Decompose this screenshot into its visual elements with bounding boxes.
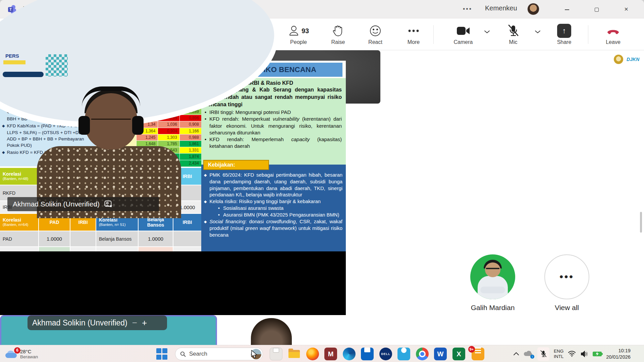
wifi-icon[interactable] <box>568 351 576 357</box>
people-button[interactable]: 93 People <box>278 23 319 45</box>
language-indicator[interactable]: ENGINTL <box>554 349 564 359</box>
zoom-in-button[interactable]: + <box>142 316 147 329</box>
tray-mic-muted[interactable] <box>537 347 549 361</box>
minimize-button[interactable] <box>557 0 577 18</box>
onedrive-icon[interactable]: i <box>524 350 533 358</box>
presenter-name: Akhmad Solikin (Unverified) <box>32 318 127 327</box>
mic-muted-icon <box>495 23 532 39</box>
taskbar-app-generic[interactable] <box>270 348 282 360</box>
raise-hand-icon <box>318 23 358 39</box>
participant-video-galih[interactable] <box>470 254 515 299</box>
leave-button[interactable]: Leave <box>593 23 633 45</box>
speaker-icon[interactable] <box>580 351 588 357</box>
mic-options-chevron-icon[interactable] <box>534 29 541 35</box>
weather-cloud-icon: 6 <box>5 350 17 358</box>
taskbar-firefox[interactable] <box>306 348 319 360</box>
titlebar-more-options-icon[interactable]: ••• <box>459 4 476 14</box>
tray-chevron-up-icon[interactable] <box>513 352 519 356</box>
scrollbar-thumb[interactable] <box>640 212 642 233</box>
start-button[interactable] <box>156 348 168 360</box>
tray-clock[interactable]: 10:1920/01/2026 <box>606 348 631 360</box>
presenter-overlay: Akhmad Solikin (Unverified) − + <box>28 315 167 330</box>
windows-taskbar: 6 28°C Berawan Search M DELL W X 9+ i EN… <box>0 345 644 362</box>
taskbar-chrome[interactable] <box>416 348 429 360</box>
kebijakan-panel: Kebijakan: ◆PMK 65/2024: KFD sebagai per… <box>201 165 346 251</box>
close-button[interactable]: × <box>616 0 636 18</box>
zoom-out-button[interactable]: − <box>132 316 137 329</box>
notification-badge: 6 <box>14 347 20 354</box>
leave-call-icon <box>593 23 633 39</box>
people-count: 93 <box>302 27 309 35</box>
mouse-cursor <box>251 350 258 359</box>
camera-icon <box>443 23 483 39</box>
view-all-label: View all <box>527 304 607 312</box>
ellipsis-icon: ••• <box>545 255 589 299</box>
weather-temp: 28°C <box>20 349 38 354</box>
taskbar-app-blue[interactable] <box>397 348 410 360</box>
more-button[interactable]: More <box>393 23 434 45</box>
meeting-stage: B B DJKN djp KAPASITAS FISKAL DAERAH & M… <box>0 50 644 345</box>
battery-icon[interactable] <box>593 352 602 356</box>
search-label: Search <box>189 351 248 357</box>
taskbar-word[interactable]: W <box>434 348 447 360</box>
share-button[interactable]: ↑ Share <box>544 23 584 45</box>
raise-hand-button[interactable]: Raise <box>318 23 358 45</box>
view-all-button[interactable]: ••• <box>544 254 589 299</box>
kebijakan-label: Kebijakan: <box>203 160 269 170</box>
taskbar-edge[interactable] <box>343 348 356 360</box>
taskbar-excel[interactable]: X <box>452 348 465 360</box>
notification-badge: 9+ <box>468 346 475 353</box>
search-box[interactable]: Search <box>175 348 263 360</box>
weather-condition: Berawan <box>20 354 38 359</box>
share-icon: ↑ <box>557 24 571 38</box>
account-avatar[interactable] <box>527 3 539 15</box>
more-dots-icon <box>393 23 434 39</box>
taskbar-file-explorer[interactable] <box>288 348 301 360</box>
participant-name: Galih Mardian <box>452 304 533 312</box>
taskbar-app-m[interactable]: M <box>324 348 337 360</box>
weather-widget[interactable]: 6 28°C Berawan <box>3 346 60 361</box>
korelasi-table-pad: Korelasi(Banten, n=64)PADIRBI PAD1.0000 … <box>0 213 96 251</box>
camera-options-chevron-icon[interactable] <box>484 29 490 35</box>
mic-button[interactable]: Mic <box>495 23 532 45</box>
camera-button[interactable]: Camera <box>443 23 483 45</box>
taskbar-mail-app[interactable] <box>361 348 374 360</box>
system-tray: i ENGINTL 10:1920/01/2026 <box>513 345 644 362</box>
korelasi-table-belanja-bansos: Korelasi(Banten, n= 51)Belanja BansosIRB… <box>96 213 201 251</box>
account-name[interactable]: Kemenkeu <box>485 4 517 12</box>
react-smiley-icon <box>355 23 395 39</box>
react-button[interactable]: React <box>355 23 395 45</box>
info-badge: i <box>530 355 534 359</box>
search-icon <box>180 351 186 357</box>
maximize-button[interactable] <box>587 0 606 18</box>
people-icon: 93 <box>278 23 319 39</box>
taskbar-dell-app[interactable]: DELL <box>379 348 392 360</box>
